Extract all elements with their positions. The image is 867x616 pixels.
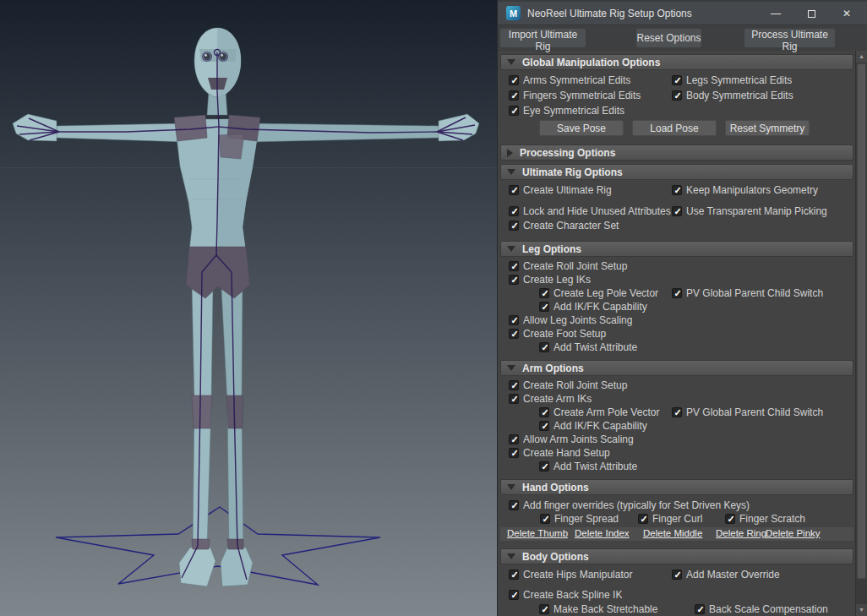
vertical-scrollbar[interactable]: ▲ ▼ — [855, 51, 867, 616]
checks-row: ✓Add Twist Attribute — [500, 460, 853, 473]
section-header-hand-options[interactable]: Hand Options — [500, 479, 853, 495]
delete-ring-button[interactable]: Delete Ring — [716, 528, 766, 538]
save-pose-button[interactable]: Save Pose — [539, 120, 624, 136]
checkbox-back-scale-compensation[interactable]: ✓Back Scale Compensation — [695, 603, 828, 615]
check-icon: ✓ — [510, 328, 520, 340]
scrollbar-thumb[interactable] — [857, 63, 866, 579]
check-icon: ✓ — [673, 287, 683, 299]
checkbox-box: ✓ — [509, 590, 519, 600]
checkbox-finger-scratch[interactable]: ✓Finger Scratch — [725, 513, 805, 525]
section-arm-options: Arm Options✓Create Roll Joint Setup✓Crea… — [500, 360, 853, 476]
check-icon: ✓ — [540, 341, 550, 353]
check-icon: ✓ — [510, 184, 520, 196]
check-icon: ✓ — [673, 406, 683, 418]
checkbox-create-roll-joint-setup[interactable]: ✓Create Roll Joint Setup — [509, 260, 627, 272]
checkbox-add-finger-overrides-typically-for-set-driven-keys[interactable]: ✓Add finger overrides (typically for Set… — [509, 499, 750, 511]
checkbox-make-back-stretchable[interactable]: ✓Make Back Stretchable — [539, 603, 657, 615]
checkbox-arms-symmetrical-edits[interactable]: ✓Arms Symmetrical Edits — [509, 74, 630, 86]
checkbox-create-character-set[interactable]: ✓Create Character Set — [509, 220, 619, 232]
checkbox-box: ✓ — [672, 75, 682, 85]
delete-pinky-button[interactable]: Delete Pinky — [766, 528, 821, 538]
scroll-up-button[interactable]: ▲ — [856, 51, 867, 63]
checkbox-label: Allow Arm Joints Scaling — [523, 433, 634, 445]
minimize-button[interactable]: — — [764, 3, 788, 25]
checkbox-label: PV Global Parent Child Switch — [686, 406, 823, 418]
checkbox-create-roll-joint-setup[interactable]: ✓Create Roll Joint Setup — [509, 379, 627, 391]
checkbox-add-master-override[interactable]: ✓Add Master Override — [672, 569, 780, 581]
close-button[interactable]: ✕ — [835, 3, 859, 25]
section-header-body-options[interactable]: Body Options — [500, 548, 853, 564]
checkbox-finger-spread[interactable]: ✓Finger Spread — [540, 513, 619, 525]
reset-symmetry-button[interactable]: Reset Symmetry — [725, 120, 810, 136]
links-row: Delete ThumbDelete IndexDelete MiddleDel… — [500, 527, 853, 541]
checkbox-allow-arm-joints-scaling[interactable]: ✓Allow Arm Joints Scaling — [509, 433, 634, 445]
checkbox-label: Create Roll Joint Setup — [523, 379, 627, 391]
section-body-options: Body Options✓Create Hips Manipulator✓Add… — [500, 548, 853, 616]
delete-middle-button[interactable]: Delete Middle — [643, 528, 702, 538]
checkbox-use-transparent-manip-picking[interactable]: ✓Use Transparent Manip Picking — [672, 205, 827, 217]
window-titlebar[interactable]: M NeoReel Ultimate Rig Setup Options — ✕ — [498, 0, 867, 25]
checkbox-legs-symmetrical-edits[interactable]: ✓Legs Symmetrical Edits — [672, 74, 792, 86]
checkbox-pv-global-parent-child-switch[interactable]: ✓PV Global Parent Child Switch — [672, 406, 823, 418]
checkbox-add-ik-fk-capability[interactable]: ✓Add IK/FK Capability — [539, 301, 647, 313]
check-icon: ✓ — [540, 420, 550, 432]
maya-app-icon: M — [506, 6, 521, 20]
section-leg-options: Leg Options✓Create Roll Joint Setup✓Crea… — [500, 241, 853, 357]
viewport-3d[interactable] — [0, 0, 497, 616]
window-controls: — ✕ — [752, 3, 859, 25]
checkbox-pv-global-parent-child-switch[interactable]: ✓PV Global Parent Child Switch — [672, 287, 823, 299]
checkbox-label: Add IK/FK Capability — [553, 420, 647, 432]
checkbox-keep-manipulators-geometry[interactable]: ✓Keep Manipulators Geometry — [672, 184, 818, 196]
section-header-global-manipulation-options[interactable]: Global Manipulation Options — [500, 54, 853, 70]
section-global-manipulation-options: Global Manipulation Options✓Arms Symmetr… — [500, 54, 853, 141]
checks-row: ✓Create Roll Joint Setup — [500, 259, 853, 273]
checkbox-label: Create Leg IKs — [523, 274, 591, 286]
checkbox-box: ✓ — [509, 75, 519, 85]
checkbox-add-twist-attribute[interactable]: ✓Add Twist Attribute — [539, 341, 637, 353]
delete-thumb-button[interactable]: Delete Thumb — [507, 528, 568, 538]
sections-container: Global Manipulation Options✓Arms Symmetr… — [498, 51, 856, 616]
checkbox-eye-symmetrical-edits[interactable]: ✓Eye Symmetrical Edits — [509, 105, 624, 117]
checkbox-lock-and-hide-unused-attributes[interactable]: ✓Lock and Hide Unused Attributes — [509, 205, 671, 217]
checkbox-label: Back Scale Compensation — [709, 603, 828, 615]
check-icon: ✓ — [510, 499, 520, 511]
scroll-down-button[interactable]: ▼ — [856, 604, 867, 616]
checkbox-box: ✓ — [539, 407, 549, 417]
import-ultimate-rig-button[interactable]: Import Ultimate Rig — [500, 29, 586, 47]
section-header-processing-options[interactable]: Processing Options — [500, 144, 853, 161]
checkbox-add-ik-fk-capability[interactable]: ✓Add IK/FK Capability — [539, 420, 647, 432]
check-icon: ✓ — [695, 603, 706, 615]
checkbox-create-ultimate-rig[interactable]: ✓Create Ultimate Rig — [509, 184, 612, 196]
checkbox-body-symmetrical-edits[interactable]: ✓Body Symmetrical Edits — [672, 90, 793, 101]
checkbox-label: Arms Symmetrical Edits — [523, 74, 630, 86]
checkbox-label: Add Master Override — [686, 569, 780, 581]
checkbox-create-hand-setup[interactable]: ✓Create Hand Setup — [509, 447, 610, 459]
checks-row: ✓Create Hips Manipulator✓Add Master Over… — [500, 568, 853, 582]
left-eye — [204, 53, 210, 60]
checkbox-create-foot-setup[interactable]: ✓Create Foot Setup — [509, 328, 606, 340]
window-title: NeoReel Ultimate Rig Setup Options — [527, 8, 692, 19]
checkbox-label: Allow Leg Joints Scaling — [523, 314, 632, 326]
checkbox-finger-curl[interactable]: ✓Finger Curl — [638, 513, 702, 525]
checkbox-create-leg-iks[interactable]: ✓Create Leg IKs — [509, 274, 591, 286]
checkbox-create-hips-manipulator[interactable]: ✓Create Hips Manipulator — [509, 569, 632, 581]
reset-options-button[interactable]: Reset Options — [636, 29, 701, 47]
checkbox-allow-leg-joints-scaling[interactable]: ✓Allow Leg Joints Scaling — [509, 314, 632, 326]
left-knee-pad — [192, 395, 212, 428]
section-header-leg-options[interactable]: Leg Options — [500, 241, 853, 257]
checkbox-create-arm-pole-vector[interactable]: ✓Create Arm Pole Vector — [539, 406, 659, 418]
process-ultimate-rig-button[interactable]: Process Ultimate Rig — [744, 29, 835, 47]
checkbox-add-twist-attribute[interactable]: ✓Add Twist Attribute — [539, 461, 637, 472]
check-icon: ✓ — [540, 603, 550, 615]
checks-row: ✓Create Back Spline IK — [500, 588, 853, 602]
section-title: Hand Options — [522, 482, 589, 493]
section-header-ultimate-rig-options[interactable]: Ultimate Rig Options — [500, 164, 853, 180]
delete-index-button[interactable]: Delete Index — [575, 528, 630, 538]
checkbox-fingers-symmetrical-edits[interactable]: ✓Fingers Symmetrical Edits — [509, 90, 641, 101]
load-pose-button[interactable]: Load Pose — [632, 120, 717, 136]
checkbox-create-leg-pole-vector[interactable]: ✓Create Leg Pole Vector — [539, 287, 658, 299]
section-header-arm-options[interactable]: Arm Options — [500, 360, 853, 376]
checkbox-create-back-spline-ik[interactable]: ✓Create Back Spline IK — [509, 589, 622, 601]
checkbox-create-arm-iks[interactable]: ✓Create Arm IKs — [509, 393, 592, 405]
maximize-button[interactable] — [799, 3, 823, 25]
